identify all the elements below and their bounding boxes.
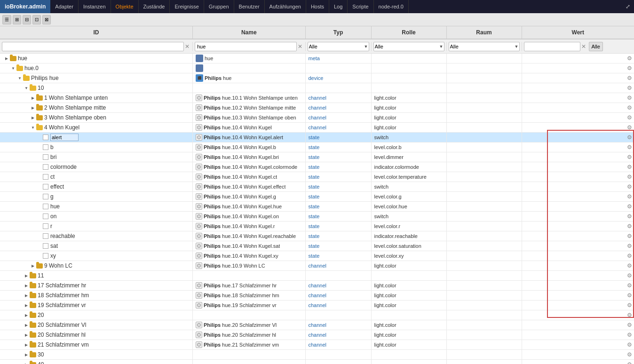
expand-icon[interactable]: ▶	[24, 302, 29, 308]
table-row[interactable]: ▼10⚙	[0, 83, 634, 93]
table-row[interactable]: ▼Philips hue⬛Philips huedevice⚙	[0, 73, 634, 83]
expand-icon[interactable]: ▶	[24, 283, 29, 288]
table-row[interactable]: ▶18 Schlafzimmer hmPhilips hue.18 Schlaf…	[0, 291, 634, 301]
table-row[interactable]: satPhilips hue.10.4 Wohn Kugel.satstatel…	[0, 241, 634, 251]
row-gear-icon[interactable]: ⚙	[625, 114, 634, 121]
table-row[interactable]: effectPhilips hue.10.4 Wohn Kugel.effect…	[0, 182, 634, 192]
table-row[interactable]: rPhilips hue.10.4 Wohn Kugel.rstatelevel…	[0, 222, 634, 231]
expand-icon[interactable]: ▼	[24, 85, 29, 91]
expand-icon[interactable]: ▶	[30, 115, 36, 120]
checkbox-icon[interactable]	[43, 204, 48, 209]
expand-icon[interactable]: ▶	[30, 263, 36, 269]
checkbox-icon[interactable]	[43, 135, 48, 140]
row-gear-icon[interactable]: ⚙	[625, 322, 634, 328]
row-gear-icon[interactable]: ⚙	[625, 302, 634, 309]
toolbar-menu-btn[interactable]: ☰	[2, 15, 11, 24]
row-gear-icon[interactable]: ⚙	[625, 203, 634, 210]
app-brand[interactable]: ioBroker.admin	[0, 0, 50, 13]
table-row[interactable]: ▶21 Schlafzimmer vmPhilips hue.21 Schlaf…	[0, 340, 634, 350]
row-gear-icon[interactable]: ⚙	[625, 272, 634, 279]
table-row[interactable]: ▶17 Schlafzimmer hrPhilips hue.17 Schlaf…	[0, 281, 634, 291]
checkbox-icon[interactable]	[43, 144, 48, 150]
table-row[interactable]: onPhilips hue.10.4 Wohn Kugel.onstateswi…	[0, 212, 634, 222]
expand-icon[interactable]: ▶	[4, 55, 9, 61]
table-row[interactable]: ▶20⚙	[0, 310, 634, 320]
table-row[interactable]: ▶20 Schlafzimmer VlPhilips hue.20 Schlaf…	[0, 320, 634, 330]
expand-icon-btn[interactable]: ⤢	[622, 0, 634, 13]
row-gear-icon[interactable]: ⚙	[625, 144, 634, 150]
checkbox-icon[interactable]	[43, 174, 48, 180]
expand-icon[interactable]: ▶	[24, 352, 29, 357]
table-row[interactable]: briPhilips hue.10.4 Wohn Kugel.bristatel…	[0, 152, 634, 162]
nav-tab-aufzaehlungen[interactable]: Aufzählungen	[265, 0, 306, 13]
table-row[interactable]: ▼4 Wohn KugelPhilips hue.10.4 Wohn Kugel…	[0, 123, 634, 133]
checkbox-icon[interactable]	[43, 184, 48, 190]
expand-icon[interactable]: ▶	[30, 105, 36, 111]
filter-role-select[interactable]: Alle	[373, 42, 444, 51]
checkbox-icon[interactable]	[43, 154, 48, 160]
nav-tab-instanzen[interactable]: Instanzen	[79, 0, 111, 13]
filter-name-input[interactable]	[195, 42, 297, 51]
nav-tab-log[interactable]: Log	[329, 0, 348, 13]
expand-icon[interactable]: ▶	[30, 95, 36, 101]
nav-tab-benutzer[interactable]: Benutzer	[234, 0, 265, 13]
table-row[interactable]: ▶1 Wohn Stehlampe untenPhilips hue.10.1 …	[0, 93, 634, 103]
toolbar-grid-btn[interactable]: ⊞	[13, 15, 21, 24]
checkbox-icon[interactable]	[43, 243, 48, 249]
row-gear-icon[interactable]: ⚙	[625, 154, 634, 160]
checkbox-icon[interactable]	[43, 164, 48, 170]
row-gear-icon[interactable]: ⚙	[625, 174, 634, 180]
row-gear-icon[interactable]: ⚙	[625, 65, 634, 71]
expand-icon[interactable]: ▼	[10, 65, 16, 71]
row-gear-icon[interactable]: ⚙	[625, 361, 634, 364]
row-gear-icon[interactable]: ⚙	[625, 55, 634, 62]
table-row[interactable]: ▶3 Wohn Stehlampe obenPhilips hue.10.3 W…	[0, 113, 634, 123]
nav-tab-zustaende[interactable]: Zustände	[139, 0, 170, 13]
checkbox-icon[interactable]	[43, 223, 48, 229]
table-row[interactable]: colormodePhilips hue.10.4 Wohn Kugel.col…	[0, 162, 634, 172]
filter-id-clear[interactable]: ✕	[184, 43, 190, 50]
row-gear-icon[interactable]: ⚙	[625, 243, 634, 249]
toolbar-collapse-btn[interactable]: ⊟	[23, 15, 31, 24]
expand-icon[interactable]: ▶	[24, 332, 29, 338]
row-gear-icon[interactable]: ⚙	[625, 351, 634, 358]
expand-icon[interactable]: ▶	[24, 322, 29, 328]
nav-tab-hosts[interactable]: Hosts	[306, 0, 329, 13]
row-gear-icon[interactable]: ⚙	[625, 104, 634, 111]
row-gear-icon[interactable]: ⚙	[625, 134, 634, 141]
nav-tab-ereignisse[interactable]: Ereignisse	[170, 0, 204, 13]
row-gear-icon[interactable]: ⚙	[625, 223, 634, 229]
table-row[interactable]: xyPhilips hue.10.4 Wohn Kugel.xystatelev…	[0, 251, 634, 261]
row-gear-icon[interactable]: ⚙	[625, 183, 634, 190]
table-row[interactable]: reachablePhilips hue.10.4 Wohn Kugel.rea…	[0, 231, 634, 241]
id-edit-input[interactable]	[50, 134, 79, 141]
table-row[interactable]: ▶2 Wohn Stehlampe mittePhilips hue.10.2 …	[0, 103, 634, 113]
table-row[interactable]: ▶9 Wohn LCPhilips hue.10.9 Wohn LCchanne…	[0, 261, 634, 271]
filter-type-select[interactable]: Alle	[308, 42, 369, 51]
toolbar-expand-btn[interactable]: ⊡	[32, 15, 41, 24]
row-gear-icon[interactable]: ⚙	[625, 193, 634, 200]
expand-icon[interactable]: ▶	[24, 342, 29, 348]
row-gear-icon[interactable]: ⚙	[625, 233, 634, 239]
row-gear-icon[interactable]: ⚙	[625, 213, 634, 220]
checkbox-icon[interactable]	[43, 233, 48, 239]
toolbar-close-btn[interactable]: ⊠	[42, 15, 51, 24]
expand-icon[interactable]: ▼	[17, 75, 23, 81]
nav-tab-node-red[interactable]: node-red.0	[374, 0, 409, 13]
table-row[interactable]: ▶huehuemeta⚙	[0, 54, 634, 63]
row-gear-icon[interactable]: ⚙	[625, 85, 634, 91]
table-row[interactable]: ▶20 Schlafzimmer hlPhilips hue.20 Schlaf…	[0, 330, 634, 340]
row-gear-icon[interactable]: ⚙	[625, 282, 634, 289]
row-gear-icon[interactable]: ⚙	[625, 312, 634, 318]
nav-tab-gruppen[interactable]: Gruppen	[204, 0, 234, 13]
checkbox-icon[interactable]	[43, 253, 48, 259]
table-row[interactable]: ▼hue.0⚙	[0, 63, 634, 73]
expand-icon[interactable]: ▶	[24, 273, 29, 278]
row-gear-icon[interactable]: ⚙	[625, 332, 634, 338]
filter-wert-clear[interactable]: ✕	[580, 43, 587, 50]
table-row[interactable]: ▶11⚙	[0, 271, 634, 281]
filter-id-input[interactable]	[2, 42, 184, 51]
checkbox-icon[interactable]	[43, 194, 48, 199]
row-gear-icon[interactable]: ⚙	[625, 292, 634, 299]
row-gear-icon[interactable]: ⚙	[625, 341, 634, 348]
